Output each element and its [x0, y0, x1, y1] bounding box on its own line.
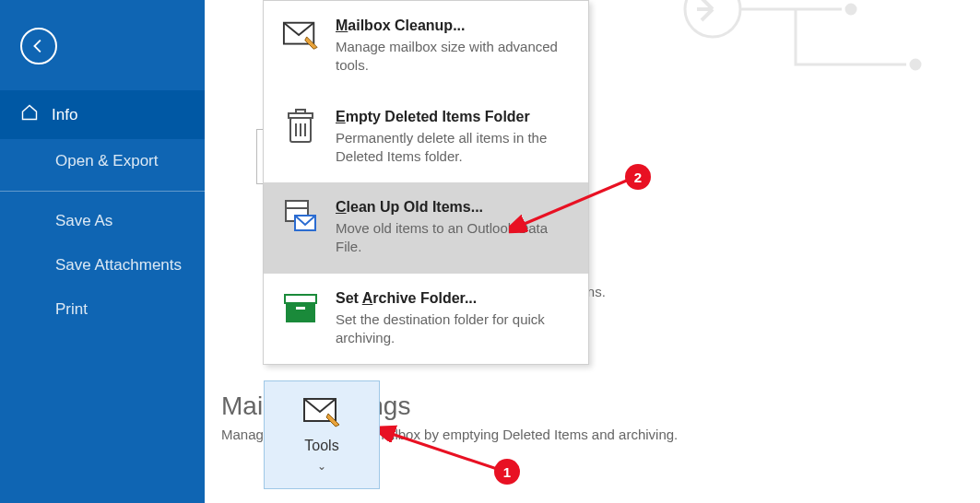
sidebar-item-label: Save As: [24, 212, 112, 230]
svg-line-17: [389, 433, 500, 470]
menu-item-empty-deleted[interactable]: Empty Deleted Items Folder Permanently d…: [264, 92, 588, 183]
svg-rect-14: [285, 295, 316, 303]
annotation-arrow-2: [509, 175, 647, 240]
menu-item-mailbox-cleanup[interactable]: Mailbox Cleanup... Manage mailbox size w…: [264, 1, 588, 92]
sidebar-item-label: Print: [24, 300, 88, 319]
menu-item-set-archive-folder[interactable]: Set Archive Folder... Set the destinatio…: [264, 274, 588, 365]
annotation-arrow-1: [380, 424, 509, 479]
svg-rect-16: [296, 307, 305, 310]
sidebar-item-open-export[interactable]: Open & Export: [0, 139, 205, 183]
sidebar-item-label: Open & Export: [24, 152, 159, 170]
svg-rect-15: [287, 303, 314, 322]
menu-item-description: Permanently delete all items in the Dele…: [336, 129, 572, 167]
annotation-marker-1: 1: [494, 459, 520, 485]
sidebar-item-save-attachments[interactable]: Save Attachments: [0, 243, 205, 287]
envelope-clean-icon: [282, 18, 319, 54]
chevron-down-icon: ⌄: [317, 460, 326, 473]
back-button[interactable]: [20, 28, 57, 64]
tools-button[interactable]: Tools ⌄: [264, 380, 380, 489]
archive-box-icon: [282, 290, 319, 327]
svg-rect-10: [296, 110, 305, 113]
envelope-clean-icon: [302, 397, 341, 432]
sidebar-divider: [0, 191, 205, 192]
menu-item-title: Set Archive Folder...: [336, 290, 572, 307]
menu-item-description: Manage mailbox size with advanced tools.: [336, 38, 572, 76]
menu-item-title: Mailbox Cleanup...: [336, 18, 572, 34]
tools-button-label: Tools: [304, 438, 338, 454]
archive-envelope-icon: [282, 199, 319, 236]
sidebar-item-print[interactable]: Print: [0, 287, 205, 332]
sidebar-item-label: Save Attachments: [24, 256, 182, 275]
trash-icon: [282, 109, 319, 146]
sidebar-item-save-as[interactable]: Save As: [0, 199, 205, 243]
svg-line-18: [520, 180, 629, 226]
menu-item-description: Set the destination folder for quick arc…: [336, 310, 572, 348]
sidebar-item-label: Info: [52, 106, 77, 124]
menu-item-title: Empty Deleted Items Folder: [336, 109, 572, 125]
home-icon: [20, 103, 39, 126]
sidebar-item-info[interactable]: Info: [0, 90, 205, 139]
annotation-marker-2: 2: [625, 164, 651, 190]
